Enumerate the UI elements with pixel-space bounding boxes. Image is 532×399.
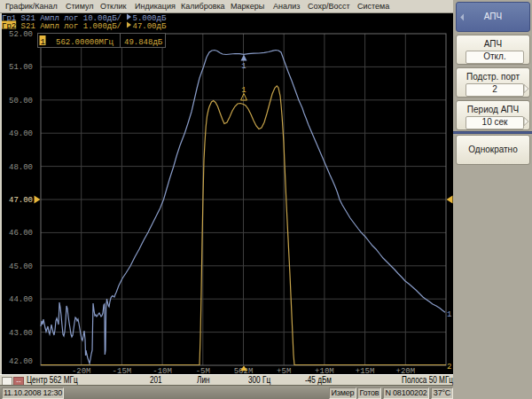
svg-text:-15M: -15M (113, 367, 132, 376)
svg-text:+20M: +20M (395, 367, 415, 376)
svg-text:562.00000МГц: 562.00000МГц (56, 38, 113, 47)
svg-text:-10M: -10M (153, 367, 172, 376)
svg-text:S21 Ампл лог 1.000дБ/: S21 Ампл лог 1.000дБ/ (21, 22, 121, 31)
svg-text:49.00: 49.00 (9, 129, 33, 138)
svg-text:43.00: 43.00 (9, 329, 33, 338)
svg-text:52.00: 52.00 (9, 30, 33, 39)
svg-text:47.00: 47.00 (9, 196, 33, 205)
svg-text:+10M: +10M (315, 367, 334, 376)
svg-text:+15M: +15M (356, 367, 375, 376)
svg-text:50.00: 50.00 (9, 97, 33, 106)
svg-text:44.00: 44.00 (9, 295, 33, 304)
svg-text:42.00: 42.00 (9, 357, 33, 366)
svg-text:45.00: 45.00 (9, 262, 33, 271)
svg-text:2: 2 (447, 363, 451, 372)
svg-text:1: 1 (41, 38, 45, 47)
svg-text:-20M: -20M (72, 367, 91, 376)
svg-text:1: 1 (241, 62, 246, 71)
svg-text:51.00: 51.00 (9, 63, 33, 72)
svg-text:Гр2: Гр2 (2, 22, 16, 31)
svg-text:49.848дБ: 49.848дБ (124, 38, 163, 47)
svg-text:-5M: -5M (196, 367, 210, 376)
svg-text:1: 1 (447, 310, 451, 319)
svg-text:48.00: 48.00 (9, 163, 33, 172)
svg-text:+5M: +5M (277, 367, 291, 376)
svg-text:47.00дБ: 47.00дБ (133, 22, 167, 31)
svg-text:46.00: 46.00 (9, 229, 33, 238)
